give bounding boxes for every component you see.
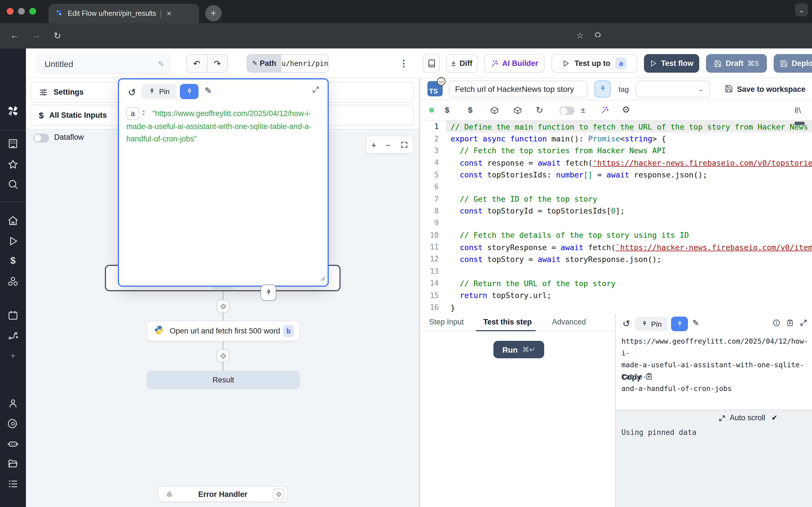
code-line[interactable]: 8 const topStoryId = topStoriesIds[0]; — [420, 205, 812, 217]
tab-step-input[interactable]: Step Input — [429, 318, 464, 326]
deploy-button[interactable]: Deploy — [774, 54, 812, 73]
code-line[interactable]: 1// Define the main function to fetch th… — [420, 121, 812, 133]
code-line[interactable]: 15 return topStory.url; — [420, 289, 812, 301]
sidebar-item-search[interactable] — [7, 179, 18, 190]
docs-button[interactable] — [423, 54, 440, 73]
sidebar-item-runs[interactable] — [7, 235, 18, 247]
back-icon[interactable]: ← — [10, 31, 19, 41]
undo-button[interactable]: ↶ — [187, 55, 207, 72]
editor-toggle[interactable] — [559, 107, 574, 115]
tag-select[interactable]: ⌄ — [636, 80, 710, 98]
code-line[interactable]: 13 — [420, 265, 812, 277]
edit-pin-pencil-icon[interactable]: ✎ — [693, 318, 699, 327]
pin-button[interactable]: Pin — [142, 84, 176, 99]
editor-scrollbar[interactable] — [795, 122, 805, 125]
code-line[interactable]: 2export async function main(): Promise<s… — [420, 133, 812, 145]
diff-plusminus-icon[interactable]: ± — [581, 105, 585, 114]
draft-button[interactable]: Draft ⌘S — [706, 54, 767, 73]
pinned-toggle-active[interactable] — [180, 84, 199, 99]
tab-close-icon[interactable]: ✕ — [166, 10, 171, 17]
insert-step-button[interactable] — [216, 349, 230, 362]
sidebar-item-workers[interactable] — [7, 438, 18, 450]
windmill-logo[interactable] — [6, 104, 20, 118]
library-icon[interactable] — [794, 106, 802, 114]
sidebar-item-favorites[interactable] — [7, 159, 18, 170]
edit-name-pencil-icon[interactable]: ✎ — [158, 60, 164, 68]
zoom-out-icon[interactable]: − — [386, 140, 391, 150]
code-line[interactable]: 14 // Return the URL of the top story — [420, 277, 812, 289]
package-icon[interactable] — [513, 106, 522, 115]
clipboard-icon[interactable] — [645, 372, 653, 380]
code-line[interactable]: 12 const topStory = await storyResponse.… — [420, 253, 812, 265]
sidebar-item-resources[interactable] — [7, 276, 18, 287]
test-up-to-button[interactable]: Test up to a — [552, 54, 637, 73]
code-line[interactable]: 11 const storyResponse = await fetch(`ht… — [420, 241, 812, 253]
sidebar-item-schedules[interactable] — [7, 310, 18, 321]
diff-button[interactable]: ± Diff — [446, 54, 477, 73]
close-window-button[interactable] — [7, 8, 13, 15]
pinned-toggle-active[interactable] — [671, 317, 688, 331]
info-icon[interactable] — [772, 319, 780, 327]
sidebar-item-settings[interactable] — [7, 418, 18, 429]
code-line[interactable]: 10 // Fetch the details of the top story… — [420, 229, 812, 241]
add-variable-icon[interactable]: $ — [445, 105, 449, 114]
flow-node-b-python[interactable]: Open url and fetch first 500 words of ..… — [147, 321, 300, 341]
ai-wand-icon[interactable] — [601, 106, 610, 115]
sidebar-item-workspace[interactable] — [7, 138, 18, 149]
history-icon[interactable]: ↺ — [128, 87, 136, 99]
more-options-kebab-icon[interactable]: ⋮ — [398, 54, 409, 73]
tab-advanced[interactable]: Advanced — [552, 318, 586, 326]
code-editor[interactable]: 1// Define the main function to fetch th… — [420, 121, 812, 314]
test-flow-button[interactable]: Test flow — [644, 54, 699, 73]
copy-to-clipboard-icon[interactable] — [786, 319, 794, 327]
auto-scroll-expand-icon[interactable] — [718, 414, 726, 422]
code-line[interactable]: 6 — [420, 181, 812, 193]
step-name-input[interactable]: Fetch url of HackerNews top story — [449, 80, 588, 98]
bookmark-star-icon[interactable]: ☆ — [576, 31, 584, 41]
code-line[interactable]: 16} — [420, 301, 812, 314]
reload-icon[interactable]: ↻ — [536, 105, 543, 115]
add-error-handler-button[interactable] — [273, 489, 284, 500]
pin-button[interactable]: Pin — [635, 317, 668, 331]
resize-handle[interactable] — [320, 274, 326, 284]
dataflow-toggle[interactable] — [33, 133, 49, 143]
forward-icon[interactable]: → — [32, 31, 41, 41]
expand-popup-icon[interactable] — [312, 86, 320, 94]
history-icon[interactable]: ↺ — [622, 318, 630, 329]
path-button[interactable]: ✎ Path u/henri/pin — [246, 54, 329, 73]
sidebar-item-folders[interactable] — [7, 458, 18, 469]
sidebar-item-home[interactable] — [7, 215, 18, 226]
insert-step-button[interactable] — [216, 300, 230, 313]
tab-test-this-step[interactable]: Test this step — [483, 318, 532, 326]
node-pin-badge[interactable] — [260, 284, 276, 301]
save-to-workspace-button[interactable]: Save to workspace — [737, 85, 806, 94]
code-line[interactable]: 5 const topStoriesIds: number[] = await … — [420, 169, 812, 181]
redo-button[interactable]: ↷ — [207, 55, 227, 72]
ai-builder-button[interactable]: AI Builder — [484, 54, 545, 73]
add-resource-icon[interactable]: $ — [468, 105, 472, 114]
sidebar-item-routes[interactable] — [7, 330, 18, 341]
error-handler-node[interactable]: Error Handler — [158, 486, 288, 502]
copy-button[interactable]: Copy — [621, 372, 641, 381]
flow-node-result[interactable]: Result — [147, 371, 300, 389]
browser-tab[interactable]: Edit Flow u/henri/pin_results | ✕ — [49, 4, 199, 23]
sidebar-item-variables[interactable]: $ — [7, 255, 18, 267]
code-line[interactable]: 7 // Get the ID of the top story — [420, 193, 812, 205]
zoom-in-icon[interactable]: + — [371, 140, 376, 150]
minimize-window-button[interactable] — [18, 8, 25, 15]
editor-settings-gear-icon[interactable]: ⚙ — [622, 104, 630, 115]
reload-icon[interactable]: ↻ — [54, 31, 61, 41]
zoom-window-button[interactable] — [29, 8, 36, 15]
code-line[interactable]: 9 — [420, 217, 812, 229]
edit-pin-pencil-icon[interactable]: ✎ — [205, 86, 212, 96]
code-line[interactable]: 3 // Fetch the top stories from Hacker N… — [420, 145, 812, 157]
expand-result-icon[interactable] — [800, 319, 808, 327]
new-tab-button[interactable]: + — [205, 5, 221, 21]
tab-search-chevron[interactable]: ⌄ — [795, 3, 808, 16]
code-line[interactable]: 4 const response = await fetch('https://… — [420, 157, 812, 169]
auto-scroll-checkbox[interactable]: ✔ — [771, 413, 777, 422]
fit-view-icon[interactable] — [400, 141, 408, 149]
package-icon[interactable] — [490, 106, 499, 115]
step-pin-toggle-active[interactable] — [594, 80, 611, 98]
sidebar-item-add[interactable]: + — [7, 350, 18, 362]
